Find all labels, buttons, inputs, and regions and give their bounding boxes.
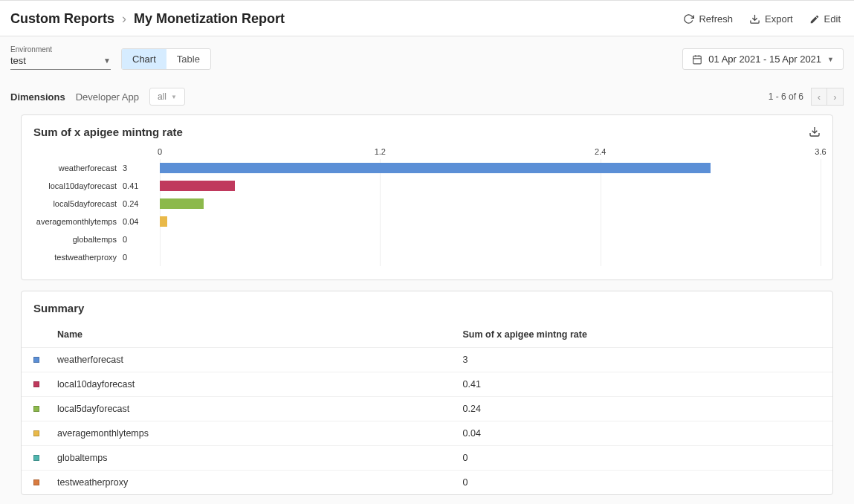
download-icon (749, 13, 760, 25)
dimension-filter-value: all (158, 91, 166, 102)
chevron-left-icon: ‹ (818, 91, 821, 103)
refresh-label: Refresh (699, 13, 733, 25)
svg-rect-1 (693, 56, 702, 64)
table-row: local5dayforecast0.24 (22, 397, 832, 421)
summary-value: 3 (457, 348, 833, 372)
environment-label: Environment (10, 45, 111, 54)
summary-card: Summary Name Sum of x apigee mintng rate… (21, 291, 833, 495)
summary-title: Summary (33, 302, 832, 314)
axis-tick: 0 (158, 147, 162, 156)
summary-value: 0 (457, 471, 833, 495)
axis-tick: 3.6 (815, 147, 826, 156)
chart-value-label: 0 (123, 253, 154, 262)
table-row: local10dayforecast0.41 (22, 372, 832, 397)
chart-title: Sum of x apigee mintng rate (33, 126, 183, 140)
summary-name: weatherforecast (51, 348, 457, 372)
table-row: globaltemps0 (22, 446, 832, 471)
series-swatch (33, 381, 39, 387)
chart-card: Sum of x apigee mintng rate 01.22.43.6 w… (21, 114, 833, 280)
caret-down-icon: ▼ (827, 56, 834, 63)
chart-value-label: 0.41 (123, 181, 154, 190)
series-swatch (33, 406, 39, 412)
chart-category: local10dayforecast (33, 181, 123, 190)
export-button[interactable]: Export (749, 13, 793, 25)
breadcrumb: Custom Reports › My Monetization Report (10, 11, 285, 27)
chart-row: weatherforecast3 (33, 159, 821, 177)
chart-row: testweatherproxy0 (33, 248, 821, 266)
summary-name: globaltemps (51, 446, 457, 471)
table-row: testweatherproxy0 (22, 471, 832, 495)
chart-row: local5dayforecast0.24 (33, 195, 821, 213)
chevron-right-icon: › (833, 91, 836, 103)
summary-value: 0.41 (457, 372, 833, 397)
caret-down-icon: ▼ (103, 56, 111, 65)
chart-bar (160, 216, 167, 227)
table-row: averagemonthlytemps0.04 (22, 421, 832, 446)
environment-value: test (10, 55, 26, 66)
tab-table[interactable]: Table (166, 49, 210, 69)
chart-category: globaltemps (33, 235, 123, 244)
axis-tick: 1.2 (375, 147, 386, 156)
table-row: weatherforecast3 (22, 348, 832, 372)
date-range-text: 01 Apr 2021 - 15 Apr 2021 (708, 54, 821, 65)
pencil-icon (809, 14, 820, 25)
summary-table: Name Sum of x apigee mintng rate weather… (22, 322, 832, 494)
series-swatch (33, 430, 39, 436)
chart-category: weatherforecast (33, 164, 123, 172)
pager-info: 1 - 6 of 6 (769, 91, 803, 102)
summary-name: local10dayforecast (51, 372, 457, 397)
summary-name: testweatherproxy (51, 471, 457, 495)
dimension-filter-dropdown[interactable]: all ▼ (149, 88, 185, 106)
summary-col-name: Name (51, 322, 457, 348)
axis-tick: 2.4 (595, 147, 606, 156)
calendar-icon (692, 54, 702, 65)
breadcrumb-root[interactable]: Custom Reports (10, 11, 114, 27)
edit-button[interactable]: Edit (809, 13, 841, 25)
dimension-name: Developer App (76, 91, 139, 103)
pager-prev-button[interactable]: ‹ (811, 88, 827, 106)
refresh-button[interactable]: Refresh (683, 13, 733, 25)
environment-select[interactable]: test ▼ (10, 54, 111, 70)
pager-next-button[interactable]: › (827, 88, 844, 106)
chart-bar (160, 181, 235, 191)
series-swatch (33, 455, 39, 461)
page-title: My Monetization Report (134, 11, 285, 27)
summary-value: 0 (457, 446, 833, 471)
summary-name: averagemonthlytemps (51, 421, 457, 446)
tab-chart[interactable]: Chart (122, 49, 166, 69)
summary-name: local5dayforecast (51, 397, 457, 421)
chart-bar (160, 198, 204, 209)
chart-category: testweatherproxy (33, 253, 123, 262)
chart-bar (160, 163, 711, 173)
chart-value-label: 3 (123, 164, 154, 172)
summary-col-metric: Sum of x apigee mintng rate (457, 322, 833, 348)
chart-value-label: 0.04 (123, 217, 154, 226)
chart-category: local5dayforecast (33, 199, 123, 208)
caret-down-icon: ▼ (171, 94, 177, 100)
chart-value-label: 0 (123, 235, 154, 244)
summary-value: 0.24 (457, 397, 833, 421)
chart-category: averagemonthlytemps (33, 217, 123, 226)
chart-row: averagemonthlytemps0.04 (33, 213, 821, 230)
chart-value-label: 0.24 (123, 199, 154, 208)
edit-label: Edit (824, 13, 841, 25)
series-swatch (33, 357, 39, 363)
chart-row: local10dayforecast0.41 (33, 177, 821, 195)
chart-download-button[interactable] (809, 126, 821, 140)
refresh-icon (683, 13, 694, 25)
chart-row: globaltemps0 (33, 230, 821, 248)
series-swatch (33, 479, 39, 485)
view-toggle: Chart Table (121, 48, 211, 70)
chevron-right-icon: › (122, 11, 126, 27)
summary-value: 0.04 (457, 421, 833, 446)
export-label: Export (765, 13, 793, 25)
date-range-picker[interactable]: 01 Apr 2021 - 15 Apr 2021 ▼ (682, 48, 844, 70)
dimensions-label: Dimensions (10, 91, 65, 103)
